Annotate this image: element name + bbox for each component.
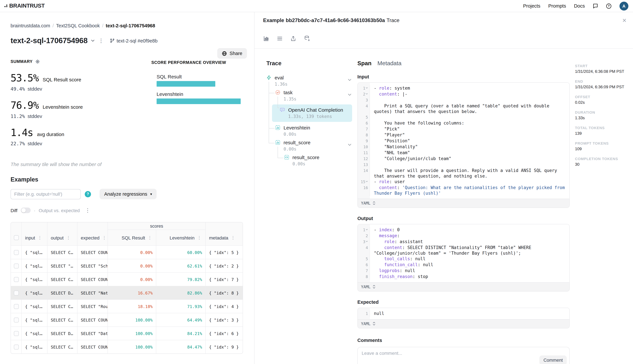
cell-expected[interactable]: SELECT "Nat… xyxy=(77,286,108,300)
cell-output[interactable]: SELECT C… xyxy=(47,246,77,259)
cell-metadata[interactable]: { "idx": 7 } xyxy=(205,272,243,286)
close-icon[interactable]: × xyxy=(622,17,626,24)
cell-metadata[interactable]: { "idx": 6 } xyxy=(205,326,243,340)
column-header-output[interactable]: output⋮ xyxy=(47,230,77,246)
cell-levenshtein[interactable]: 62.61% xyxy=(156,259,205,272)
cell-sql-result[interactable]: 100.00% xyxy=(108,313,156,326)
nav-item-projects[interactable]: Projects xyxy=(523,3,540,8)
add-to-dataset-button[interactable] xyxy=(304,35,310,42)
cell-sql-result[interactable]: 100.00% xyxy=(108,326,156,340)
column-menu-icon[interactable]: ⋮ xyxy=(102,235,107,240)
cell-input[interactable]: { "sql… xyxy=(22,272,47,286)
cell-levenshtein[interactable]: 82.86% xyxy=(156,286,205,300)
breadcrumb-item[interactable]: Text2SQL Cookbook xyxy=(56,23,100,28)
cell-sql-result[interactable]: 100.00% xyxy=(108,340,156,354)
row-checkbox[interactable] xyxy=(14,344,19,349)
cell-expected[interactable]: SELECT COUN… xyxy=(77,313,108,326)
cell-sql-result[interactable]: 16.67% xyxy=(108,286,156,300)
cell-metadata[interactable]: { "idx": 2 } xyxy=(205,259,243,272)
tab-metadata[interactable]: Metadata xyxy=(378,60,402,67)
format-selector[interactable]: YAML xyxy=(358,282,569,291)
list-view-button[interactable] xyxy=(277,36,282,41)
cell-levenshtein[interactable]: 60.00% xyxy=(156,246,205,259)
row-checkbox[interactable] xyxy=(14,250,19,255)
cell-metadata[interactable]: { "idx": 5 } xyxy=(205,246,243,259)
export-button[interactable] xyxy=(290,36,296,41)
collapse-chevron-icon[interactable] xyxy=(366,239,368,242)
cell-metadata[interactable]: { "idx": 4 } xyxy=(205,300,243,313)
cell-metadata[interactable]: { "idx": 3 } xyxy=(205,313,243,326)
collapse-chevron-icon[interactable] xyxy=(366,179,368,182)
column-header-metadata[interactable]: metadata⋮ xyxy=(205,230,243,246)
cell-levenshtein[interactable]: 84.21% xyxy=(156,326,205,340)
select-all-checkbox[interactable] xyxy=(14,235,19,240)
trace-node-openai-chat-completion[interactable]: OpenAI Chat Completion1.33s, 139 tokens xyxy=(272,104,352,122)
cell-output[interactable]: SELECT C… xyxy=(47,272,77,286)
cell-expected[interactable]: SELECT COUN… xyxy=(77,340,108,354)
collapse-chevron-icon[interactable] xyxy=(366,92,368,95)
filter-input[interactable] xyxy=(11,189,81,199)
column-header-levenshtein[interactable]: Levenshtein⋮ xyxy=(156,230,205,246)
title-kebab-menu-icon[interactable]: ⋮ xyxy=(98,38,104,44)
feedback-button[interactable] xyxy=(593,3,598,8)
share-button[interactable]: Share xyxy=(217,48,247,59)
cell-expected[interactable]: SELECT COUN… xyxy=(77,272,108,286)
format-selector[interactable]: YAML xyxy=(358,198,569,207)
format-selector[interactable]: YAML xyxy=(358,319,569,328)
cell-expected[interactable]: SELECT "Rou… xyxy=(77,300,108,313)
analyze-regressions-button[interactable]: Analyze regressions ▾ xyxy=(100,189,157,199)
filter-help-icon[interactable]: ? xyxy=(85,191,91,197)
cell-output[interactable]: SELECT "… xyxy=(47,259,77,272)
cell-levenshtein[interactable]: 71.93% xyxy=(156,300,205,313)
column-menu-icon[interactable]: ⋮ xyxy=(66,235,71,240)
trace-node-levenshtein[interactable]: Levenshtein0.00s xyxy=(266,125,352,136)
cell-sql-result[interactable]: 18.18% xyxy=(108,300,156,313)
cell-output[interactable]: SELECT C… xyxy=(47,313,77,326)
cell-input[interactable]: { "sql… xyxy=(22,286,47,300)
diff-kebab-menu-icon[interactable]: ⋮ xyxy=(84,207,91,214)
cell-output[interactable]: SELECT C… xyxy=(47,300,77,313)
cell-levenshtein[interactable]: 64.49% xyxy=(156,313,205,326)
cell-levenshtein[interactable]: 84.47% xyxy=(156,340,205,354)
avatar[interactable]: A xyxy=(619,2,628,10)
cell-input[interactable]: { "sql… xyxy=(22,259,47,272)
column-menu-icon[interactable]: ⋮ xyxy=(196,235,202,240)
diff-toggle[interactable] xyxy=(21,208,31,213)
nav-item-docs[interactable]: Docs xyxy=(574,3,585,8)
cell-levenshtein[interactable]: 79.82% xyxy=(156,272,205,286)
cell-expected[interactable]: SELECT "Sch… xyxy=(77,259,108,272)
cell-metadata[interactable]: { "idx": 8 } xyxy=(205,286,243,300)
chevron-down-icon[interactable] xyxy=(91,40,95,42)
cell-output[interactable]: SELECT D… xyxy=(47,286,77,300)
cell-sql-result[interactable]: 0.00% xyxy=(108,246,156,259)
column-menu-icon[interactable]: ⋮ xyxy=(37,235,43,240)
column-header-input[interactable]: input⋮ xyxy=(22,230,47,246)
row-checkbox[interactable] xyxy=(14,318,19,322)
cell-expected[interactable]: SELECT "Dat… xyxy=(77,326,108,340)
cell-metadata[interactable]: { "idx": 9 } xyxy=(205,340,243,354)
trace-node-eval[interactable]: eval1.36s xyxy=(266,74,352,86)
chart-view-button[interactable] xyxy=(263,36,269,41)
cell-expected[interactable]: SELECT COUN… xyxy=(77,246,108,259)
cell-input[interactable]: { "sql… xyxy=(22,300,47,313)
row-checkbox[interactable] xyxy=(14,263,19,268)
row-checkbox[interactable] xyxy=(14,290,19,295)
nav-item-prompts[interactable]: Prompts xyxy=(548,3,566,8)
chevron-down-icon[interactable] xyxy=(348,141,352,147)
cell-sql-result[interactable]: 0.00% xyxy=(108,272,156,286)
help-button[interactable]: ? xyxy=(606,3,611,9)
row-checkbox[interactable] xyxy=(14,331,19,336)
gear-icon[interactable] xyxy=(35,59,40,64)
cell-input[interactable]: { "sql… xyxy=(22,246,47,259)
breadcrumb-item[interactable]: braintrustdata.com xyxy=(11,23,50,28)
cell-input[interactable]: { "sql… xyxy=(22,340,47,354)
tab-span[interactable]: Span xyxy=(357,60,372,67)
column-menu-icon[interactable]: ⋮ xyxy=(147,235,153,240)
trace-node-task[interactable]: task1.35s xyxy=(266,90,352,101)
comment-input[interactable] xyxy=(358,347,569,364)
cell-output[interactable]: SELECT C… xyxy=(47,340,77,354)
collapse-chevron-icon[interactable] xyxy=(366,227,368,230)
cell-output[interactable]: SELECT D… xyxy=(47,326,77,340)
chevron-down-icon[interactable] xyxy=(348,91,352,97)
comment-button[interactable]: Comment xyxy=(539,355,567,364)
